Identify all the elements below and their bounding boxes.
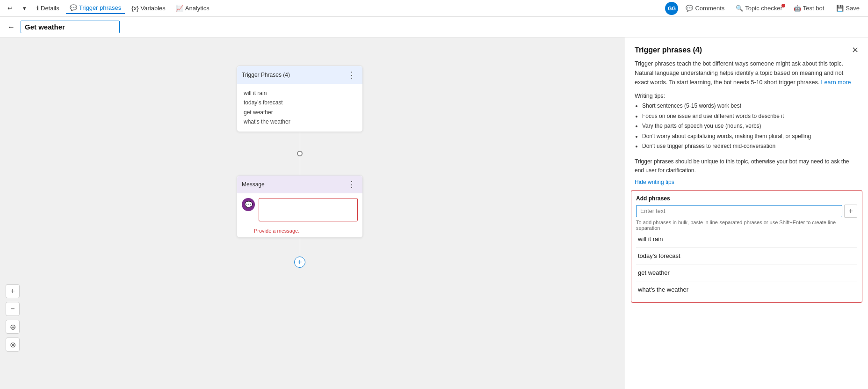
message-node-title: Message bbox=[242, 181, 265, 188]
topic-checker-label: Topic checker bbox=[745, 5, 782, 12]
main-area: Trigger Phrases (4) ⋮ will it rain today… bbox=[0, 37, 868, 389]
hide-tips-link[interactable]: Hide writing tips bbox=[625, 179, 868, 190]
variables-label: Variables bbox=[141, 5, 166, 12]
phrase-item-4: what's the weather bbox=[244, 117, 356, 126]
phrase-list-item-3: get weather bbox=[636, 264, 857, 281]
message-node: Message ⋮ 💬 Provide a message. bbox=[237, 175, 363, 238]
trigger-phrases-tab[interactable]: 💬 Trigger phrases bbox=[66, 2, 125, 14]
bulk-hint: To add phrases in bulk, paste in line-se… bbox=[636, 220, 857, 231]
provide-message-error: Provide a message. bbox=[254, 228, 362, 237]
message-node-header: Message ⋮ bbox=[237, 176, 362, 193]
writing-tips-heading: Writing tips: bbox=[625, 91, 868, 100]
back-button[interactable]: ← bbox=[6, 21, 17, 33]
save-icon: 💾 bbox=[836, 5, 844, 12]
variables-tab[interactable]: {x} Variables bbox=[128, 3, 169, 14]
add-phrases-section: Add phrases + To add phrases in bulk, pa… bbox=[631, 190, 862, 303]
trigger-phrases-node: Trigger Phrases (4) ⋮ will it rain today… bbox=[237, 66, 363, 132]
error-icon: ⊗ bbox=[10, 340, 16, 349]
trigger-phrases-label: Trigger phrases bbox=[79, 4, 122, 11]
panel-title: Trigger phrases (4) bbox=[635, 46, 702, 54]
details-tab[interactable]: ℹ Details bbox=[33, 3, 63, 14]
add-phrase-input-row: + bbox=[636, 205, 857, 218]
connector-line-3 bbox=[300, 238, 300, 257]
message-input-box[interactable] bbox=[259, 198, 358, 221]
locate-button[interactable]: ⊕ bbox=[6, 320, 20, 334]
plus-icon: + bbox=[848, 207, 853, 215]
error-button[interactable]: ⊗ bbox=[6, 338, 20, 352]
right-panel: Trigger phrases (4) ✕ Trigger phrases te… bbox=[625, 37, 868, 389]
zoom-in-icon: + bbox=[10, 287, 14, 295]
dropdown-button[interactable]: ▾ bbox=[19, 3, 30, 14]
chat-icon: 💬 bbox=[70, 4, 77, 11]
toolbar-left: ↩ ▾ ℹ Details 💬 Trigger phrases {x} Vari… bbox=[4, 2, 663, 14]
phrase-list-item-1: will it rain bbox=[636, 231, 857, 248]
phrase-list-item-4: what's the weather bbox=[636, 281, 857, 298]
learn-more-link[interactable]: Learn more bbox=[821, 79, 851, 86]
zoom-in-button[interactable]: + bbox=[6, 284, 20, 298]
panel-description: Trigger phrases teach the bot different … bbox=[625, 59, 868, 91]
undo-icon: ↩ bbox=[7, 5, 13, 12]
phrase-list-item-2: today's forecast bbox=[636, 248, 857, 264]
toolbar-right: GG 💬 Comments 🔍 Topic checker 🤖 Test bot… bbox=[665, 2, 864, 15]
message-node-body: 💬 bbox=[237, 193, 362, 226]
close-icon: ✕ bbox=[852, 45, 859, 55]
tip-3: Vary the parts of speech you use (nouns,… bbox=[642, 121, 859, 132]
tip-2: Focus on one issue and use different wor… bbox=[642, 111, 859, 122]
test-bot-icon: 🤖 bbox=[794, 5, 801, 12]
phrase-item-2: today's forecast bbox=[244, 98, 356, 107]
back-icon: ← bbox=[7, 23, 15, 31]
comment-icon: 💬 bbox=[686, 5, 693, 12]
writing-tips-list: Short sentences (5-15 words) work best F… bbox=[625, 100, 868, 155]
analytics-icon: 📈 bbox=[176, 5, 183, 12]
connector-dot-1 bbox=[297, 151, 303, 156]
topic-checker-button[interactable]: 🔍 Topic checker bbox=[732, 3, 786, 14]
dropdown-icon: ▾ bbox=[23, 5, 26, 12]
test-bot-label: Test bot bbox=[803, 5, 825, 12]
phrase-item-1: will it rain bbox=[244, 88, 356, 98]
comments-button[interactable]: 💬 Comments bbox=[682, 3, 728, 14]
save-label: Save bbox=[846, 5, 860, 12]
phrase-item-3: get weather bbox=[244, 108, 356, 117]
tip-5: Don't use trigger phrases to redirect mi… bbox=[642, 141, 859, 152]
description-text: Trigger phrases teach the bot different … bbox=[635, 60, 843, 86]
notification-dot bbox=[781, 4, 785, 7]
trigger-node-menu-button[interactable]: ⋮ bbox=[346, 70, 358, 80]
topic-name-input[interactable] bbox=[21, 21, 120, 33]
tip-1: Short sentences (5-15 words) work best bbox=[642, 101, 859, 111]
add-phrase-plus-button[interactable]: + bbox=[844, 205, 857, 218]
comments-label: Comments bbox=[695, 5, 724, 12]
topic-checker-icon: 🔍 bbox=[736, 5, 743, 12]
locate-icon: ⊕ bbox=[10, 323, 16, 331]
flow-container: Trigger Phrases (4) ⋮ will it rain today… bbox=[237, 66, 363, 268]
connector-line-1 bbox=[300, 132, 300, 151]
zoom-out-button[interactable]: − bbox=[6, 302, 20, 316]
trigger-node-title: Trigger Phrases (4) bbox=[242, 72, 290, 78]
zoom-out-icon: − bbox=[10, 305, 14, 313]
analytics-tab[interactable]: 📈 Analytics bbox=[172, 3, 213, 14]
canvas: Trigger Phrases (4) ⋮ will it rain today… bbox=[0, 37, 625, 389]
details-label: Details bbox=[41, 5, 59, 12]
canvas-controls: + − ⊕ ⊗ bbox=[6, 284, 20, 352]
message-icon: 💬 bbox=[242, 198, 255, 211]
unique-phrase-note: Trigger phrases should be unique to this… bbox=[625, 155, 868, 179]
tip-4: Don't worry about capitalizing words, ma… bbox=[642, 132, 859, 142]
trigger-node-body: will it rain today's forecast get weathe… bbox=[237, 84, 362, 132]
panel-header: Trigger phrases (4) ✕ bbox=[625, 37, 868, 59]
connector-line-2 bbox=[300, 156, 300, 175]
trigger-node-header: Trigger Phrases (4) ⋮ bbox=[237, 66, 362, 84]
toolbar: ↩ ▾ ℹ Details 💬 Trigger phrases {x} Vari… bbox=[0, 0, 868, 17]
avatar: GG bbox=[665, 2, 678, 15]
info-icon: ℹ bbox=[36, 5, 39, 12]
message-node-menu-button[interactable]: ⋮ bbox=[346, 179, 358, 190]
save-button[interactable]: 💾 Save bbox=[832, 3, 864, 14]
add-node-button[interactable]: + bbox=[294, 257, 305, 268]
subheader: ← bbox=[0, 17, 868, 37]
variables-icon: {x} bbox=[131, 5, 138, 12]
test-bot-button[interactable]: 🤖 Test bot bbox=[790, 3, 828, 14]
analytics-label: Analytics bbox=[185, 5, 210, 12]
add-phrase-input[interactable] bbox=[636, 205, 842, 217]
undo-button[interactable]: ↩ bbox=[4, 3, 16, 14]
add-phrases-label: Add phrases bbox=[636, 195, 857, 202]
panel-close-button[interactable]: ✕ bbox=[852, 45, 859, 55]
